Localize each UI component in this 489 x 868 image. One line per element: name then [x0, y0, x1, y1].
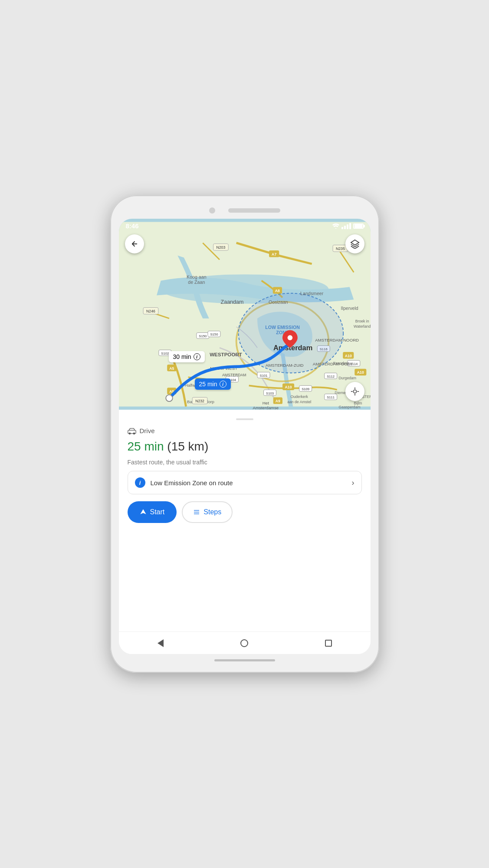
svg-text:S101: S101: [259, 374, 267, 378]
map-back-button[interactable]: [125, 234, 144, 253]
svg-text:Oosizaan: Oosizaan: [268, 299, 288, 305]
svg-text:aan de Amstel: aan de Amstel: [287, 400, 311, 404]
speaker: [228, 208, 280, 213]
route-time-selected-value: 25 min: [199, 381, 217, 388]
layers-icon: [350, 239, 360, 249]
action-buttons: Start Steps: [128, 501, 362, 523]
svg-text:A5: A5: [169, 366, 174, 371]
svg-text:de Zaan: de Zaan: [188, 279, 205, 285]
system-home-button[interactable]: [235, 634, 254, 653]
status-icons: [332, 223, 364, 229]
location-button[interactable]: [345, 382, 364, 401]
battery-icon: [353, 224, 364, 229]
svg-marker-95: [140, 509, 146, 514]
svg-marker-86: [351, 240, 358, 245]
svg-point-93: [129, 433, 130, 434]
recents-nav-icon: [325, 640, 332, 647]
svg-text:S103: S103: [266, 391, 273, 395]
drive-time-value: 25 min: [128, 440, 164, 453]
status-bar: 8:46: [119, 219, 371, 233]
info-icon-2: i: [220, 381, 226, 388]
bottom-bar: [214, 659, 275, 661]
svg-text:S112: S112: [327, 375, 335, 378]
svg-text:A10: A10: [345, 354, 351, 358]
svg-point-79: [287, 335, 292, 340]
home-nav-icon: [240, 639, 248, 647]
svg-text:S111: S111: [327, 395, 335, 399]
svg-text:S109: S109: [302, 387, 309, 391]
wifi-icon: [332, 224, 339, 229]
lez-notice-card[interactable]: i Low Emission Zone on route ›: [128, 471, 362, 494]
location-icon: [350, 387, 360, 396]
svg-text:Amsterdamse: Amsterdamse: [253, 405, 279, 410]
phone-bottom: [214, 654, 275, 664]
drive-mode-label: Drive: [128, 427, 362, 434]
drive-distance-value: (15 km): [167, 440, 208, 453]
svg-text:A8: A8: [275, 289, 279, 293]
route-time-alternate-value: 30 min: [173, 353, 191, 360]
map-container: 8:46: [119, 219, 371, 410]
map-layers-button[interactable]: [345, 234, 364, 253]
lez-info-icon: i: [135, 477, 145, 488]
svg-text:S102: S102: [161, 352, 169, 355]
back-nav-icon: [158, 639, 164, 647]
steps-button-label: Steps: [203, 508, 221, 516]
lez-notice-text: Low Emission Zone on route: [151, 479, 233, 487]
svg-text:N235: N235: [336, 247, 345, 251]
svg-text:AMSTERDAM-OOST: AMSTERDAM-OOST: [312, 362, 352, 366]
steps-button[interactable]: Steps: [182, 501, 233, 523]
svg-text:A10: A10: [357, 370, 364, 375]
system-back-button[interactable]: [151, 634, 170, 653]
navigation-icon: [140, 509, 147, 516]
svg-text:A10: A10: [285, 385, 292, 389]
svg-text:Broek in: Broek in: [355, 319, 369, 323]
svg-text:AMSTERDAM-ZUID: AMSTERDAM-ZUID: [266, 363, 303, 368]
lez-chevron-icon: ›: [352, 478, 354, 487]
svg-text:Zaandam: Zaandam: [220, 299, 243, 305]
map-svg: A10 A10 N203 A7 N235 N246 S150: [119, 219, 371, 410]
route-time-bubble-selected[interactable]: 25 min i: [195, 378, 231, 390]
svg-text:N203: N203: [216, 245, 225, 250]
svg-text:Schiphol: Schiphol: [159, 409, 175, 410]
svg-text:Gaasperdam: Gaasperdam: [338, 405, 360, 410]
svg-text:Ilperveld: Ilperveld: [341, 306, 358, 311]
svg-text:N232: N232: [195, 399, 204, 403]
svg-text:AMSTERDAM-NOORD: AMSTERDAM-NOORD: [315, 338, 359, 342]
svg-text:LOW EMISSION: LOW EMISSION: [265, 325, 300, 330]
route-time-bubble-alternate[interactable]: 30 min i: [169, 351, 205, 362]
drive-label-text: Drive: [140, 427, 155, 434]
svg-point-78: [166, 395, 172, 401]
phone-frame: 8:46: [110, 195, 379, 673]
svg-text:A7: A7: [272, 252, 276, 256]
phone-screen: 8:46: [119, 219, 371, 654]
car-icon: [128, 427, 136, 434]
start-button-label: Start: [150, 508, 165, 516]
route-description: Fastest route, the usual traffic: [128, 459, 362, 466]
svg-text:Ouderkerk: Ouderkerk: [290, 395, 308, 399]
lez-card-left: i Low Emission Zone on route: [135, 477, 233, 488]
svg-text:Het: Het: [262, 401, 269, 405]
svg-text:A9: A9: [275, 399, 280, 403]
svg-point-94: [133, 433, 135, 434]
signal-icon: [341, 223, 351, 229]
svg-text:Landsmeer: Landsmeer: [300, 291, 324, 296]
svg-text:AMSTERDAM: AMSTERDAM: [222, 373, 246, 377]
svg-text:WESTPOORT: WESTPOORT: [210, 352, 242, 357]
system-nav-bar: [119, 631, 371, 654]
svg-text:Waterland: Waterland: [354, 324, 371, 329]
svg-text:N246: N246: [146, 309, 155, 313]
svg-text:S150: S150: [199, 334, 207, 338]
svg-text:S150: S150: [210, 332, 218, 336]
svg-text:Durgedam: Durgedam: [338, 376, 356, 380]
drag-handle: [236, 418, 253, 420]
system-recents-button[interactable]: [319, 634, 338, 653]
phone-top: [119, 204, 371, 219]
svg-text:Koog aan: Koog aan: [187, 274, 207, 279]
steps-icon: [193, 509, 200, 516]
back-arrow-icon: [131, 240, 138, 248]
status-time: 8:46: [126, 222, 139, 230]
start-button[interactable]: Start: [128, 501, 177, 523]
svg-point-87: [353, 390, 356, 393]
bottom-panel: Drive 25 min (15 km) Fastest route, the …: [119, 410, 371, 631]
camera: [209, 207, 215, 214]
